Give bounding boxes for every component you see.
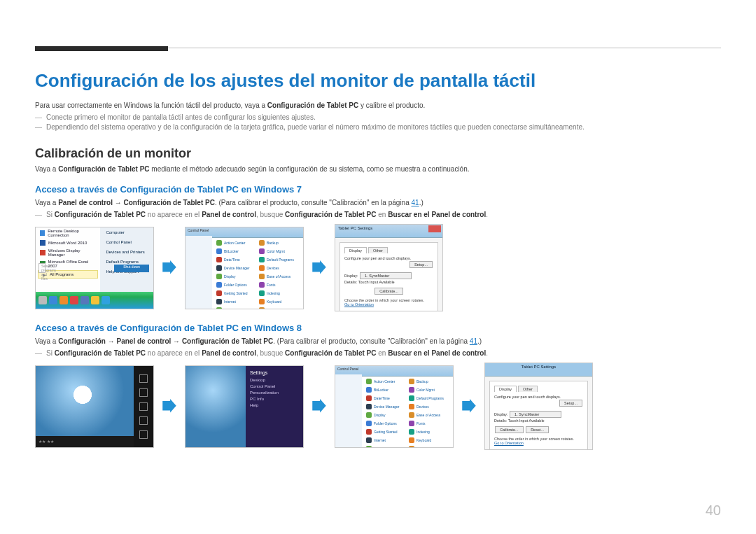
cp-item: Fonts	[259, 282, 299, 288]
intro-notes: Conecte primero el monitor de pantalla t…	[35, 113, 721, 131]
win8-path: Vaya a Configuración → Panel de control …	[35, 337, 721, 345]
t: Details:	[494, 419, 507, 423]
chapter-rule	[35, 48, 721, 48]
ritem: Control Panel	[100, 237, 153, 247]
t: Vaya a	[35, 337, 58, 345]
t: Touch Input Available	[508, 419, 545, 423]
tab: Display	[344, 247, 367, 253]
section-sub: Vaya a Configuración de Tablet PC median…	[35, 165, 721, 173]
t: Si	[46, 211, 55, 218]
t: Vaya a	[35, 199, 58, 206]
cp-item: Device Manager	[366, 404, 406, 409]
t: Panel de control	[202, 349, 256, 357]
cp-item: Ease of Access	[409, 412, 449, 418]
shutdown: Shut down	[114, 265, 149, 272]
win7-tip: Si Configuración de Tablet PC no aparece…	[35, 211, 721, 218]
subheading-win7: Acceso a través de Configuración de Tabl…	[35, 184, 721, 195]
t: →	[113, 199, 124, 206]
t: Display:	[494, 412, 508, 416]
t: Configuración de Tablet PC	[285, 211, 376, 218]
all-programs: All Programs	[50, 272, 74, 276]
tip-item: Si Configuración de Tablet PC no aparece…	[35, 349, 721, 357]
app-label: Remote Desktop Connection	[48, 229, 96, 237]
t: Configuración de Tablet PC	[55, 211, 146, 218]
cp-item: Folder Options	[216, 282, 256, 288]
t: Display:	[344, 274, 358, 278]
note-item: Dependiendo del sistema operativo y de l…	[35, 123, 721, 131]
cp-item: Getting Started	[216, 290, 256, 296]
cp-item: Internet	[216, 299, 256, 304]
t: Configuración de Tablet PC	[124, 199, 215, 206]
t: , busque	[256, 349, 285, 357]
t: Touch Input Available	[358, 280, 395, 284]
settings-item: Personalization	[250, 391, 299, 395]
t: Vaya a	[35, 165, 58, 173]
t: . (Para calibrar el producto, consulte "…	[273, 337, 470, 345]
cp-item: BitLocker	[216, 248, 256, 254]
close-icon	[428, 225, 441, 232]
calibrate-button: Calibrate...	[495, 426, 524, 433]
cp-item: Keyboard	[409, 437, 449, 443]
tab: Display	[494, 386, 517, 392]
intro-suffix: y calibre el producto.	[358, 101, 425, 109]
arrow-icon	[459, 397, 479, 416]
screenshot-tablet-pc-settings-win8: Tablet PC Settings DisplayOther Configur…	[484, 363, 593, 450]
taskbar-text: ★★ ★★	[38, 439, 54, 444]
cp-item: Network	[409, 446, 449, 448]
cp-item: Devices	[259, 265, 299, 271]
t: →	[106, 337, 117, 345]
t: , busque	[256, 211, 285, 218]
app-label: Windows Display Manager	[48, 248, 97, 257]
t: →	[171, 337, 182, 345]
arrow-icon	[160, 258, 179, 278]
subheading-win8: Acceso a través de Configuración de Tabl…	[35, 323, 721, 333]
page-link[interactable]: 41	[470, 337, 477, 345]
cp-item: Action Center	[216, 240, 256, 246]
cp-item: Action Center	[366, 379, 406, 384]
cp-item: Device Manager	[216, 265, 256, 271]
cp-item: Color Mgmt	[409, 387, 449, 393]
screenshot-start-menu: Remote Desktop Connection Microsoft Word…	[35, 227, 154, 309]
titlebar: Tablet PC Settings	[485, 363, 592, 377]
cp-item: Default Programs	[409, 395, 449, 401]
cp-item: Internet	[366, 437, 406, 443]
ritem: Computer	[100, 227, 153, 237]
screenshot-win8-charms: ★★ ★★	[35, 365, 154, 448]
t: Configuración de Tablet PC	[55, 349, 146, 357]
arrow-icon	[309, 258, 329, 278]
cp-item: Default Programs	[259, 257, 299, 262]
display-value: 1. SyncMaster	[360, 272, 412, 279]
t: Panel de control	[202, 211, 256, 218]
t: en	[376, 211, 388, 218]
t: Details:	[344, 280, 357, 284]
arrow-icon	[160, 397, 179, 416]
cp-item: Date/Time	[366, 395, 406, 401]
intro-bold: Configuración de Tablet PC	[267, 101, 358, 109]
orientation-link: Go to Orientation	[344, 302, 433, 307]
settings-item: Desktop	[250, 378, 299, 382]
t: no aparece en el	[146, 349, 202, 357]
cp-item: Mouse	[366, 446, 406, 448]
t: Configuración	[58, 337, 106, 345]
t: .)	[419, 199, 424, 206]
t: Configuración de Tablet PC	[182, 337, 273, 345]
cp-item: Keyboard	[259, 299, 299, 304]
tip-item: Si Configuración de Tablet PC no aparece…	[35, 211, 721, 218]
cp-item: Indexing	[409, 429, 449, 435]
intro-prefix: Para usar correctamente en Windows la fu…	[35, 101, 267, 109]
intro-paragraph: Para usar correctamente en Windows la fu…	[35, 101, 721, 109]
tab: Other	[368, 247, 388, 253]
cp-item: Backup	[409, 379, 449, 384]
page-link[interactable]: 41	[412, 199, 419, 206]
cp-item: Indexing	[259, 290, 299, 296]
search-input: Search programs and files	[38, 263, 46, 273]
cp-item: Backup	[259, 240, 299, 246]
t: no aparece en el	[146, 211, 202, 218]
t: Buscar en el Panel de control	[388, 349, 486, 357]
cp-item: Display	[366, 412, 406, 418]
t: Configuración de Tablet PC	[58, 165, 149, 173]
screenshot-tablet-pc-settings: Tablet PC Settings DisplayOther Configur…	[335, 224, 443, 311]
screenshot-control-panel-win8: Control Panel Action CenterBackupBitLock…	[335, 365, 454, 448]
t: .)	[477, 337, 482, 345]
win7-flow: Remote Desktop Connection Microsoft Word…	[35, 224, 721, 311]
